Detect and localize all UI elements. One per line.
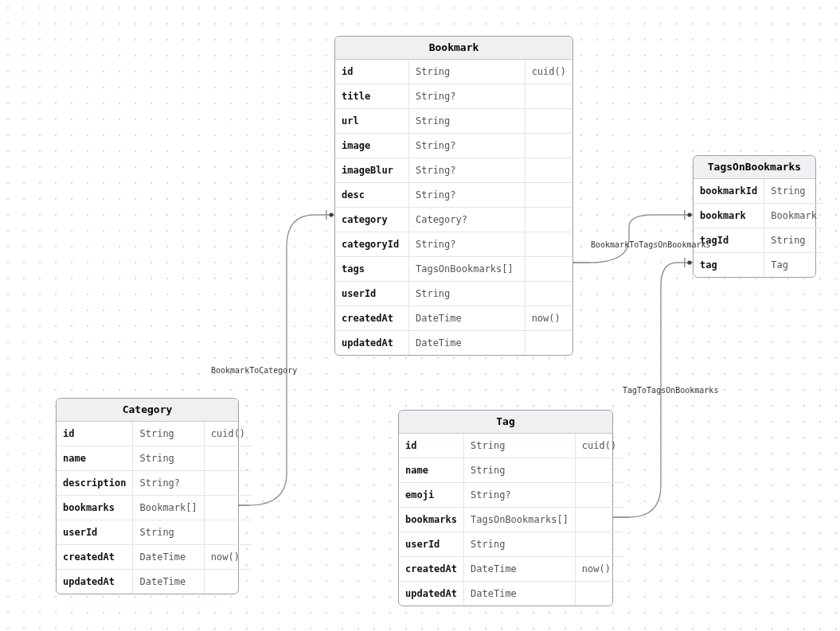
relation-label-bookmark-to-tagsonbookmarks: BookmarkToTagsOnBookmarks (591, 240, 711, 249)
field-row: bookmarksTagsOnBookmarks[] (399, 508, 623, 532)
entity-tag[interactable]: Tag idStringcuid() nameString emojiStrin… (398, 410, 613, 606)
field-row: tagTag (693, 253, 823, 278)
field-row: userIdString (399, 532, 623, 557)
field-row: nameString (57, 446, 252, 471)
field-row: urlString (335, 109, 572, 134)
field-row: categoryIdString? (335, 232, 572, 257)
entity-category[interactable]: Category idStringcuid() nameString descr… (56, 398, 239, 594)
field-row: tagIdString (693, 228, 823, 253)
field-row: createdAtDateTimenow() (399, 557, 623, 582)
relation-label-bookmark-to-category: BookmarkToCategory (211, 366, 297, 375)
field-row: idStringcuid() (335, 60, 572, 84)
field-row: updatedAtDateTime (399, 582, 623, 606)
field-row: bookmarksBookmark[] (57, 496, 252, 520)
field-row: emojiString? (399, 483, 623, 508)
field-row: updatedAtDateTime (335, 331, 572, 356)
entity-tags-on-bookmarks[interactable]: TagsOnBookmarks bookmarkIdString bookmar… (693, 155, 816, 278)
svg-point-2 (687, 212, 691, 216)
field-row: categoryCategory? (335, 208, 572, 232)
field-row: createdAtDateTimenow() (335, 306, 572, 331)
field-row: imageBlurString? (335, 158, 572, 183)
entity-title: Tag (399, 411, 612, 434)
field-row: descriptionString? (57, 471, 252, 496)
field-row: userIdString (335, 282, 572, 306)
field-row: updatedAtDateTime (57, 570, 252, 594)
field-row: idStringcuid() (399, 434, 623, 458)
entity-fields: idStringcuid() nameString descriptionStr… (57, 422, 252, 594)
field-row: descString? (335, 183, 572, 208)
entity-title: Category (57, 399, 238, 422)
field-row: bookmarkIdString (693, 179, 823, 204)
entity-title: TagsOnBookmarks (693, 156, 815, 179)
svg-point-3 (687, 260, 691, 264)
field-row: bookmarkBookmark (693, 204, 823, 228)
svg-point-1 (329, 212, 333, 216)
field-row: createdAtDateTimenow() (57, 545, 252, 570)
entity-bookmark[interactable]: Bookmark idStringcuid() titleString? url… (334, 36, 573, 356)
entity-fields: idStringcuid() nameString emojiString? b… (399, 434, 623, 606)
relation-label-tag-to-tagsonbookmarks: TagToTagsOnBookmarks (623, 386, 718, 395)
entity-fields: idStringcuid() titleString? urlString im… (335, 60, 572, 355)
entity-fields: bookmarkIdString bookmarkBookmark tagIdS… (693, 179, 823, 277)
field-row: userIdString (57, 520, 252, 545)
entity-title: Bookmark (335, 37, 572, 60)
field-row: imageString? (335, 134, 572, 158)
field-row: titleString? (335, 84, 572, 109)
field-row: tagsTagsOnBookmarks[] (335, 257, 572, 282)
field-row: idStringcuid() (57, 422, 252, 446)
field-row: nameString (399, 458, 623, 483)
